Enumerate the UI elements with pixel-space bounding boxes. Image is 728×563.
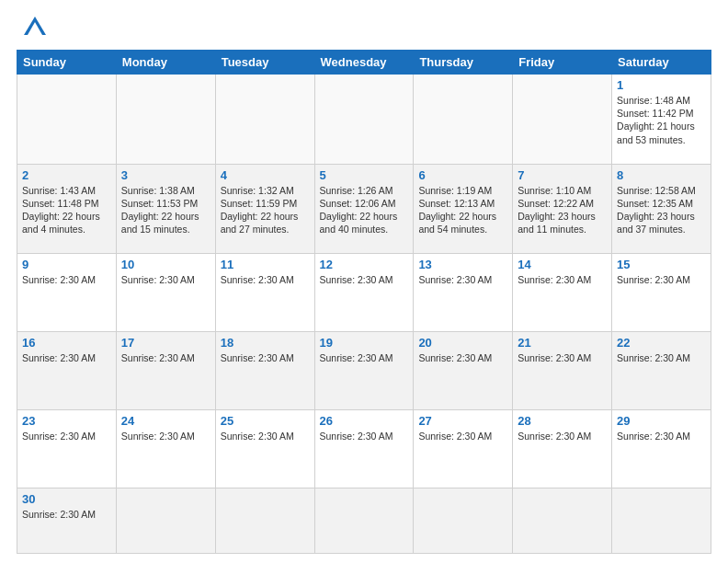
day-number: 13 (418, 258, 507, 271)
day-number: 28 (518, 414, 607, 428)
day-number: 23 (22, 414, 111, 428)
day-info: Sunrise: 2:30 AM (320, 430, 409, 442)
day-cell: 10Sunrise: 2:30 AM (116, 254, 215, 332)
day-number: 1 (617, 78, 706, 92)
day-number: 10 (121, 258, 210, 271)
day-number: 6 (418, 168, 507, 182)
day-cell (215, 488, 314, 554)
day-number: 26 (320, 414, 409, 428)
day-cell (215, 75, 314, 165)
day-cell: 8Sunrise: 12:58 AM Sunset: 12:35 AM Dayl… (612, 164, 711, 254)
day-number: 8 (617, 168, 706, 182)
day-info: Sunrise: 1:10 AM Sunset: 12:22 AM Daylig… (518, 184, 607, 236)
day-cell: 25Sunrise: 2:30 AM (215, 410, 314, 488)
col-thursday: Thursday (414, 51, 513, 75)
day-info: Sunrise: 2:30 AM (22, 351, 111, 364)
day-number: 21 (518, 336, 607, 350)
day-number: 15 (617, 258, 706, 271)
day-info: Sunrise: 2:30 AM (320, 351, 409, 364)
day-info: Sunrise: 2:30 AM (617, 430, 706, 442)
day-cell: 15Sunrise: 2:30 AM (612, 254, 711, 332)
col-friday: Friday (513, 51, 612, 75)
logo (17, 15, 48, 40)
col-sunday: Sunday (17, 51, 117, 75)
day-number: 2 (22, 168, 111, 182)
day-cell: 21Sunrise: 2:30 AM (513, 332, 612, 410)
week-row-4: 23Sunrise: 2:30 AM24Sunrise: 2:30 AM25Su… (17, 410, 711, 488)
col-tuesday: Tuesday (215, 51, 314, 75)
day-cell: 16Sunrise: 2:30 AM (17, 332, 117, 410)
day-cell: 27Sunrise: 2:30 AM (414, 410, 513, 488)
day-info: Sunrise: 12:58 AM Sunset: 12:35 AM Dayli… (617, 184, 706, 236)
day-info: Sunrise: 2:30 AM (221, 351, 310, 364)
day-number: 18 (221, 336, 310, 350)
day-cell (414, 488, 513, 554)
day-cell (314, 75, 414, 165)
day-cell (513, 75, 612, 165)
day-number: 29 (617, 414, 706, 428)
day-cell: 1Sunrise: 1:48 AM Sunset: 11:42 PM Dayli… (612, 75, 711, 165)
logo-icon (22, 15, 48, 40)
day-number: 9 (22, 258, 111, 271)
day-number: 24 (121, 414, 210, 428)
day-cell: 18Sunrise: 2:30 AM (215, 332, 314, 410)
day-info: Sunrise: 2:30 AM (617, 273, 706, 286)
day-info: Sunrise: 1:26 AM Sunset: 12:06 AM Daylig… (320, 184, 409, 236)
day-cell: 12Sunrise: 2:30 AM (314, 254, 414, 332)
day-info: Sunrise: 2:30 AM (418, 351, 507, 364)
day-number: 27 (418, 414, 507, 428)
day-cell: 6Sunrise: 1:19 AM Sunset: 12:13 AM Dayli… (414, 164, 513, 254)
day-info: Sunrise: 2:30 AM (518, 430, 607, 442)
header-row: Sunday Monday Tuesday Wednesday Thursday… (17, 51, 711, 75)
day-cell: 20Sunrise: 2:30 AM (414, 332, 513, 410)
day-number: 16 (22, 336, 111, 350)
day-cell (513, 488, 612, 554)
calendar-table: Sunday Monday Tuesday Wednesday Thursday… (17, 50, 711, 554)
col-wednesday: Wednesday (314, 51, 414, 75)
day-number: 25 (221, 414, 310, 428)
day-number: 30 (22, 492, 111, 506)
day-number: 22 (617, 336, 706, 350)
day-info: Sunrise: 2:30 AM (22, 430, 111, 442)
day-cell: 29Sunrise: 2:30 AM (612, 410, 711, 488)
day-info: Sunrise: 2:30 AM (221, 430, 310, 442)
day-info: Sunrise: 2:30 AM (221, 273, 310, 286)
day-cell (116, 75, 215, 165)
day-number: 19 (320, 336, 409, 350)
day-info: Sunrise: 2:30 AM (518, 351, 607, 364)
day-number: 5 (320, 168, 409, 182)
day-cell: 14Sunrise: 2:30 AM (513, 254, 612, 332)
day-cell: 30Sunrise: 2:30 AM (17, 488, 117, 554)
day-cell: 9Sunrise: 2:30 AM (17, 254, 117, 332)
day-number: 11 (221, 258, 310, 271)
col-monday: Monday (116, 51, 215, 75)
day-info: Sunrise: 2:30 AM (121, 351, 210, 364)
day-info: Sunrise: 2:30 AM (121, 273, 210, 286)
day-cell: 2Sunrise: 1:43 AM Sunset: 11:48 PM Dayli… (17, 164, 117, 254)
day-info: Sunrise: 2:30 AM (418, 430, 507, 442)
day-cell (414, 75, 513, 165)
day-cell: 19Sunrise: 2:30 AM (314, 332, 414, 410)
day-cell: 5Sunrise: 1:26 AM Sunset: 12:06 AM Dayli… (314, 164, 414, 254)
day-number: 17 (121, 336, 210, 350)
day-info: Sunrise: 2:30 AM (22, 273, 111, 286)
day-cell: 7Sunrise: 1:10 AM Sunset: 12:22 AM Dayli… (513, 164, 612, 254)
day-info: Sunrise: 2:30 AM (617, 351, 706, 364)
day-number: 20 (418, 336, 507, 350)
top-section (17, 15, 711, 40)
week-row-1: 2Sunrise: 1:43 AM Sunset: 11:48 PM Dayli… (17, 164, 711, 254)
day-info: Sunrise: 2:30 AM (418, 273, 507, 286)
day-cell: 17Sunrise: 2:30 AM (116, 332, 215, 410)
day-info: Sunrise: 2:30 AM (320, 273, 409, 286)
day-number: 14 (518, 258, 607, 271)
day-cell (116, 488, 215, 554)
day-info: Sunrise: 1:48 AM Sunset: 11:42 PM Daylig… (617, 94, 706, 146)
day-cell: 22Sunrise: 2:30 AM (612, 332, 711, 410)
day-cell (314, 488, 414, 554)
day-cell: 24Sunrise: 2:30 AM (116, 410, 215, 488)
week-row-3: 16Sunrise: 2:30 AM17Sunrise: 2:30 AM18Su… (17, 332, 711, 410)
day-info: Sunrise: 1:38 AM Sunset: 11:53 PM Daylig… (121, 184, 210, 236)
col-saturday: Saturday (612, 51, 711, 75)
day-cell: 13Sunrise: 2:30 AM (414, 254, 513, 332)
day-number: 7 (518, 168, 607, 182)
